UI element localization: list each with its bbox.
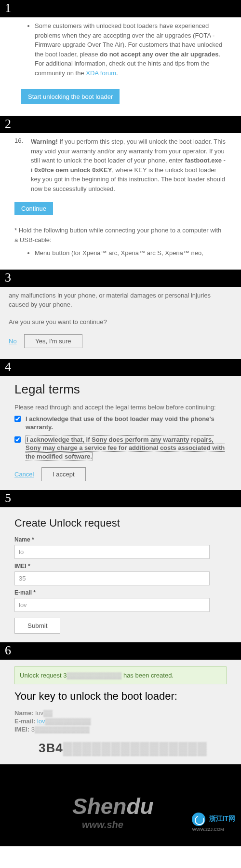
menu-button-item: Menu button (for Xperia™ arc, Xperia™ ar…	[35, 248, 227, 258]
fota-warning-item: Some customers with unlocked boot loader…	[35, 21, 227, 78]
name-label: Name *	[14, 536, 227, 543]
globe-icon	[192, 813, 205, 826]
section-3: any malfunctions in your phone, or mater…	[0, 287, 241, 359]
step-header-1: 1	[0, 0, 241, 17]
warning-label: Warning!	[31, 138, 58, 145]
legal-intro: Please read through and accept the legal…	[14, 404, 227, 411]
legal-terms-title: Legal terms	[14, 382, 227, 397]
blurred-id: ▓▓▓▓▓▓▓▓▓▓▓▓	[67, 672, 122, 679]
submit-button[interactable]: Submit	[14, 618, 60, 634]
imei-label: IMEI *	[14, 563, 227, 570]
step-header-5: 5	[0, 490, 241, 507]
result-imei: IMEI: 3▓▓▓▓▓▓▓▓▓▓▓▓	[14, 726, 227, 733]
cancel-link[interactable]: Cancel	[14, 471, 34, 478]
key-title: Your key to unlock the boot loader:	[14, 690, 227, 703]
footer: Shendu www.she 浙江IT网 WWW.2ZJ.COM	[0, 764, 241, 846]
yes-sure-button[interactable]: Yes, I'm sure	[24, 334, 82, 348]
no-link[interactable]: No	[9, 338, 17, 345]
step-header-6: 6	[0, 642, 241, 660]
name-input[interactable]	[14, 545, 210, 559]
site-badge: 浙江IT网 WWW.2ZJ.COM	[192, 813, 235, 832]
service-fee-checkbox[interactable]	[14, 436, 21, 443]
text-bold: do not accept any over the air upgrades	[100, 51, 218, 58]
section-6: Unlock request 3▓▓▓▓▓▓▓▓▓▓▓▓ has been cr…	[0, 660, 241, 764]
continue-button[interactable]: Continue	[14, 202, 53, 215]
badge-url: WWW.2ZJ.COM	[192, 827, 224, 832]
step-header-3: 3	[0, 270, 241, 287]
step-header-2: 2	[0, 116, 241, 133]
section-1: Some customers with unlocked boot loader…	[0, 17, 241, 116]
email-label: E-mail *	[14, 589, 227, 596]
text: .	[116, 69, 118, 77]
service-fee-label: I acknowledge that, if Sony does perform…	[26, 435, 227, 461]
section-4: Legal terms Please read through and acce…	[0, 376, 241, 490]
brand-logo: Shendu	[72, 793, 154, 819]
warning-text: Warning! If you perform this step, you w…	[31, 137, 227, 193]
warranty-void-label: I acknowledge that use of the boot loade…	[26, 415, 227, 432]
start-unlock-button[interactable]: Start unlocking the boot loader	[21, 89, 120, 104]
section-2: 16. Warning! If you perform this step, y…	[0, 133, 241, 270]
success-message: Unlock request 3▓▓▓▓▓▓▓▓▓▓▓▓ has been cr…	[14, 666, 227, 684]
result-email: E-mail: lov▓▓▓▓▓▓▓▓▓▓	[14, 718, 227, 725]
malfunction-text: any malfunctions in your phone, or mater…	[9, 291, 232, 310]
email-input[interactable]	[14, 598, 210, 612]
usb-note: * Hold the following button while connec…	[14, 226, 227, 244]
text: Unlock request 3	[20, 672, 67, 679]
watermark: www.she	[82, 819, 123, 830]
accept-button[interactable]: I accept	[41, 467, 86, 481]
xda-forum-link[interactable]: XDA forum	[86, 69, 116, 77]
confirm-question: Are you sure you want to continue?	[9, 318, 232, 326]
imei-input[interactable]	[14, 571, 210, 585]
create-request-title: Create Unlock request	[14, 517, 227, 529]
list-number: 16.	[14, 137, 31, 193]
text: has been created.	[121, 672, 174, 679]
badge-title: 浙江IT网	[209, 814, 235, 822]
result-name: Name: lov▓▓	[14, 709, 227, 717]
step-header-4: 4	[0, 359, 241, 376]
section-5: Create Unlock request Name * IMEI * E-ma…	[0, 507, 241, 642]
unlock-key: 3B4▓▓▓▓▓▓▓▓▓▓▓▓▓▓▓	[39, 741, 227, 756]
warranty-void-checkbox[interactable]	[14, 416, 21, 422]
